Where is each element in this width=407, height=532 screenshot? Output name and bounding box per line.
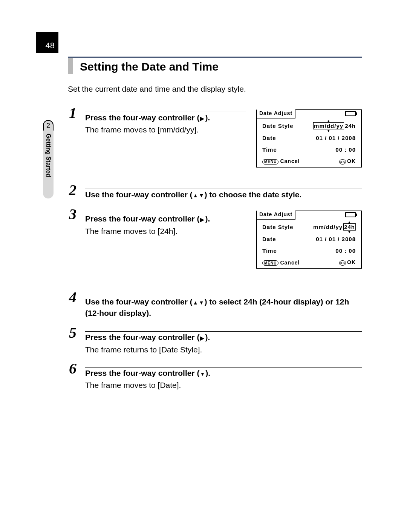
- lcd-ok: OKOK: [339, 158, 356, 165]
- lcd-tab: Date Adjust: [256, 109, 295, 118]
- side-tab: 2 Getting Started: [43, 120, 54, 198]
- text: Press the four-way controller (: [85, 214, 199, 223]
- text: Press the four-way controller (: [85, 333, 199, 341]
- step-1: 1 Press the four-way controller (). The …: [68, 106, 362, 168]
- lcd-label: Date: [262, 135, 276, 141]
- down-arrow-icon: [199, 297, 205, 306]
- chapter-label: Getting Started: [43, 131, 54, 198]
- ok-circle-icon: OK: [339, 159, 346, 165]
- text: ).: [205, 333, 210, 341]
- right-arrow-icon: [199, 214, 205, 223]
- step-number: 5: [68, 325, 78, 340]
- lcd-value: 00 : 00: [335, 248, 356, 254]
- chapter-number: 2: [43, 120, 54, 131]
- text: Press the four-way controller (: [85, 113, 199, 122]
- step-title: Press the four-way controller ().: [85, 213, 246, 224]
- lcd-value: mm/dd/yy: [313, 224, 343, 230]
- up-arrow-icon: [193, 190, 199, 199]
- up-arrow-icon: ▲: [327, 119, 331, 123]
- battery-icon: [345, 111, 356, 116]
- down-arrow-icon: ▼: [347, 230, 352, 234]
- lcd-label: Date Style: [262, 224, 294, 230]
- down-arrow-icon: [199, 190, 205, 199]
- up-arrow-icon: ▲: [347, 220, 352, 224]
- text: Press the four-way controller (: [85, 369, 199, 377]
- step-6: 6 Press the four-way controller (). The …: [68, 361, 362, 390]
- step-desc: The frame moves to [Date].: [85, 381, 362, 390]
- right-arrow-icon: [199, 113, 205, 122]
- lcd-label: Date Style: [262, 123, 294, 129]
- intro-text: Set the current date and time and the di…: [68, 85, 362, 94]
- step-number: 3: [68, 207, 78, 222]
- down-arrow-icon: [199, 369, 205, 377]
- step-4: 4 Use the four-way controller () to sele…: [68, 290, 362, 318]
- lcd-value: 01 / 01 / 2008: [316, 135, 356, 141]
- lcd-label: Time: [262, 248, 277, 254]
- step-5: 5 Press the four-way controller (). The …: [68, 325, 362, 354]
- step-2: 2 Use the four-way controller () to choo…: [68, 183, 362, 200]
- lcd-cancel: MENUCancel: [262, 260, 300, 266]
- step-title: Use the four-way controller () to choose…: [85, 189, 362, 200]
- lcd-value: 24h: [345, 123, 356, 129]
- page-number-text: 48: [46, 41, 55, 51]
- right-arrow-icon: [199, 333, 205, 341]
- lcd-tab: Date Adjust: [256, 211, 295, 220]
- step-title: Use the four-way controller () to select…: [85, 296, 362, 318]
- lcd-highlight-24h: ▲ 24h ▼: [343, 223, 356, 231]
- main-content: Setting the Date and Time Set the curren…: [68, 57, 362, 390]
- battery-icon: [345, 212, 356, 217]
- text: Use the four-way controller (: [85, 297, 193, 306]
- page-number: 48: [36, 32, 58, 53]
- lcd-highlight-mmddyy: ▲ mm/dd/yy ▼: [313, 122, 344, 129]
- text: Use the four-way controller (: [85, 190, 193, 199]
- down-arrow-icon: ▼: [327, 129, 331, 133]
- step-3: 3 Press the four-way controller (). The …: [68, 207, 362, 269]
- section-title: Setting the Date and Time: [76, 58, 362, 75]
- lcd-value: 24h: [344, 224, 355, 230]
- step-number: 4: [68, 290, 78, 305]
- lcd-value: 00 : 00: [335, 146, 356, 153]
- text: OK: [347, 259, 356, 265]
- text: ).: [205, 113, 210, 122]
- up-arrow-icon: [193, 297, 199, 306]
- text: ).: [205, 214, 210, 223]
- lcd-label: Date: [262, 236, 276, 242]
- lcd-value: 01 / 01 / 2008: [316, 236, 356, 242]
- step-desc: The frame moves to [24h].: [85, 227, 246, 236]
- lcd-value: mm/dd/yy: [314, 123, 343, 129]
- lcd-label: Time: [262, 146, 277, 153]
- text: OK: [347, 158, 356, 164]
- menu-pill-icon: MENU: [262, 260, 278, 266]
- text: ) to choose the date style.: [204, 190, 301, 199]
- step-title: Press the four-way controller ().: [85, 112, 246, 123]
- section-heading: Setting the Date and Time: [68, 57, 362, 75]
- step-number: 6: [68, 361, 78, 376]
- step-desc: The frame returns to [Date Style].: [85, 345, 362, 354]
- lcd-ok: OKOK: [339, 259, 356, 266]
- ok-circle-icon: OK: [339, 260, 346, 266]
- text: Cancel: [280, 260, 300, 266]
- lcd-screen-2: Date Adjust Date Style mm/dd/yy ▲ 24h ▼: [256, 211, 362, 269]
- step-title: Press the four-way controller ().: [85, 332, 362, 343]
- step-number: 2: [68, 183, 78, 198]
- step-title: Press the four-way controller ().: [85, 367, 362, 378]
- menu-pill-icon: MENU: [262, 159, 278, 165]
- step-desc: The frame moves to [mm/dd/yy].: [85, 125, 246, 134]
- lcd-cancel: MENUCancel: [262, 158, 300, 165]
- text: Cancel: [280, 158, 300, 164]
- lcd-screen-1: Date Adjust Date Style ▲ mm/dd/yy ▼ 24h: [256, 109, 362, 168]
- step-number: 1: [68, 106, 78, 121]
- text: ).: [205, 369, 210, 377]
